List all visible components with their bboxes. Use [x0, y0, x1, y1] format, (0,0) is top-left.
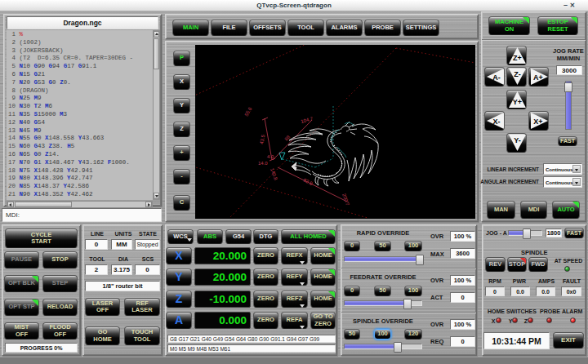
svg-text:4.0: 4.0: [267, 154, 274, 159]
svg-text:55.6: 55.6: [244, 106, 253, 118]
svg-text:43.5: 43.5: [259, 134, 265, 144]
svg-text:82.9: 82.9: [303, 178, 314, 187]
svg-text:14.0: 14.0: [258, 161, 268, 166]
svg-text:A+: A+: [533, 73, 543, 82]
svg-text:Y-: Y-: [514, 136, 521, 144]
svg-text:A-: A-: [492, 73, 501, 82]
svg-text:Z-: Z-: [514, 70, 521, 78]
svg-text:88: 88: [283, 134, 291, 141]
svg-text:Z+: Z+: [513, 54, 522, 62]
svg-text:Y+: Y+: [513, 98, 522, 106]
svg-text:104.7: 104.7: [301, 116, 314, 124]
svg-text:X+: X+: [533, 118, 542, 126]
svg-text:X-: X-: [493, 118, 501, 126]
